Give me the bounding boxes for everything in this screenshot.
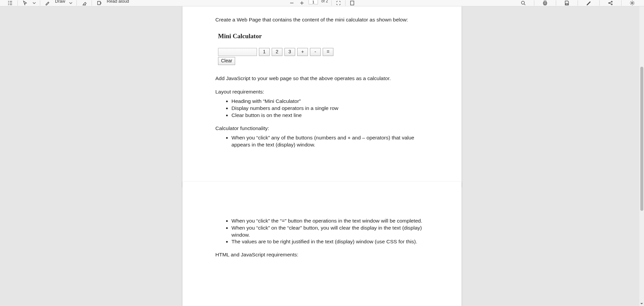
chevron-down-icon[interactable]	[69, 0, 72, 6]
page-of-label: of 2	[321, 0, 328, 3]
list-item: When you “click” any of the buttons (num…	[231, 134, 429, 148]
separator	[17, 0, 18, 6]
scrollbar-track[interactable]	[639, 6, 644, 306]
separator	[345, 0, 345, 6]
svg-rect-0	[351, 1, 354, 5]
calc-button-clear: Clear	[218, 57, 235, 65]
calculator-display	[218, 48, 257, 56]
separator	[76, 0, 77, 6]
svg-rect-5	[566, 3, 568, 5]
erase-icon[interactable]	[81, 0, 88, 6]
page-2: When you “click” the “=” button the oper…	[182, 182, 462, 306]
toolbar-left: Draw Read aloud	[7, 0, 129, 6]
separator	[92, 0, 92, 6]
calc-button-2: 2	[272, 48, 282, 56]
toolbar-center: 1 of 2	[288, 0, 356, 6]
functionality-list-1: When you “click” any of the buttons (num…	[215, 134, 429, 148]
svg-point-9	[632, 2, 633, 4]
document-viewport[interactable]: Create a Web Page that contains the cont…	[0, 6, 644, 306]
separator	[331, 0, 332, 6]
page-1: Create a Web Page that contains the cont…	[182, 6, 462, 187]
functionality-title: Calculator functionality:	[215, 125, 429, 132]
read-aloud-label[interactable]: Read aloud	[107, 0, 129, 4]
contents-icon[interactable]	[7, 0, 13, 6]
layout-title: Layout requirements:	[215, 88, 429, 95]
page-number-input[interactable]: 1	[309, 0, 318, 4]
js-instruction: Add JavaScript to your web page so that …	[215, 75, 429, 82]
toolbar-right	[520, 0, 636, 6]
calc-button-equals: =	[323, 48, 333, 56]
calc-button-1: 1	[259, 48, 270, 56]
pdf-toolbar: Draw Read aloud 1 of 2	[0, 0, 644, 6]
calculator-heading: Mini Calculator	[218, 32, 429, 40]
calc-button-plus: +	[297, 48, 308, 56]
page-content: Create a Web Page that contains the cont…	[182, 16, 462, 148]
list-item: When you “click” the “=” button the oper…	[231, 218, 429, 225]
annotate-icon[interactable]	[585, 0, 592, 6]
list-item: When you “click” on the “clear” button, …	[231, 225, 429, 239]
calculator-clear-row: Clear	[218, 57, 429, 65]
draw-label[interactable]: Draw	[55, 0, 65, 4]
zoom-out-icon[interactable]	[288, 0, 295, 6]
zoom-in-icon[interactable]	[299, 0, 305, 6]
search-icon[interactable]	[520, 0, 527, 6]
settings-icon[interactable]	[629, 0, 636, 6]
svg-point-8	[611, 4, 612, 5]
list-item: Heading with “Mini Calculator”	[231, 98, 429, 105]
separator	[40, 0, 40, 6]
calc-button-3: 3	[284, 48, 295, 56]
share-icon[interactable]	[607, 0, 614, 6]
separator	[556, 0, 556, 6]
separator	[534, 0, 534, 6]
separator	[578, 0, 578, 6]
scroll-down-icon[interactable]	[640, 302, 644, 306]
print-icon[interactable]	[542, 0, 548, 6]
intro-text: Create a Web Page that contains the cont…	[215, 16, 429, 23]
list-item: Clear button is on the next line	[231, 112, 429, 119]
save-icon[interactable]	[564, 0, 570, 6]
list-item: The values are to be right justified in …	[231, 238, 429, 245]
svg-point-1	[522, 1, 525, 4]
separator	[621, 0, 622, 6]
chevron-down-icon[interactable]	[33, 0, 36, 6]
page-view-icon[interactable]	[349, 0, 356, 6]
page-content: When you “click” the “=” button the oper…	[182, 218, 462, 258]
svg-point-6	[609, 3, 610, 4]
fit-page-icon[interactable]	[335, 0, 342, 6]
calc-button-minus: -	[310, 48, 321, 56]
calculator-row: 1 2 3 + - =	[218, 48, 429, 56]
svg-point-7	[611, 1, 612, 2]
html-requirements-title: HTML and JavaScript requirements:	[215, 251, 429, 258]
layout-list: Heading with “Mini Calculator” Display n…	[215, 98, 429, 119]
svg-rect-3	[544, 1, 546, 2]
functionality-list-2: When you “click” the “=” button the oper…	[215, 218, 429, 245]
list-item: Display numbers and operators in a singl…	[231, 105, 429, 112]
separator	[599, 0, 600, 6]
highlighter-icon[interactable]	[44, 0, 51, 6]
scrollbar-thumb[interactable]	[640, 67, 643, 211]
cursor-icon[interactable]	[22, 0, 29, 6]
read-aloud-icon[interactable]	[96, 0, 103, 6]
svg-rect-4	[544, 4, 546, 5]
